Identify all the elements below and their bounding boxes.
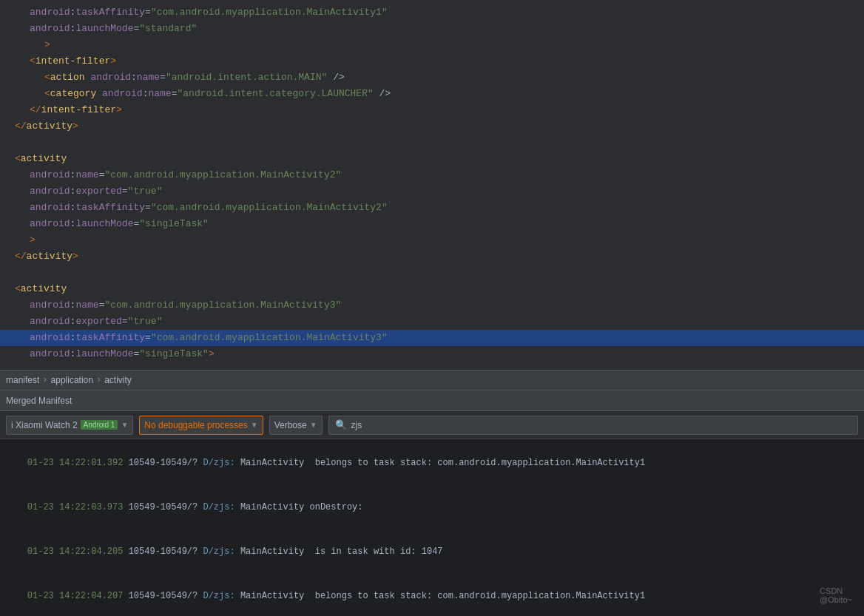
code-line: </activity> (0, 118, 864, 135)
breadcrumb-manifest[interactable]: manifest (6, 375, 39, 385)
device-dropdown-arrow: ▼ (121, 421, 128, 429)
code-line: android:name="com.android.myapplication.… (0, 297, 864, 314)
code-content: android:taskAffinity="com.android.myappl… (0, 0, 864, 367)
log-level-dropdown-arrow: ▼ (310, 421, 317, 429)
code-editor: android:taskAffinity="com.android.myappl… (0, 0, 864, 370)
merged-manifest-label: Merged Manifest (6, 396, 72, 406)
code-line: <action android:name="android.intent.act… (0, 70, 864, 86)
search-text: zjs (351, 420, 362, 430)
code-line: android:name="com.android.myapplication.… (0, 167, 864, 183)
breadcrumb-sep-2: › (96, 375, 101, 385)
search-icon: 🔍 (335, 419, 347, 430)
code-line: </activity> (0, 248, 864, 265)
code-line: > (0, 37, 864, 53)
code-line: <activity (0, 281, 864, 297)
process-dropdown-arrow: ▼ (251, 421, 258, 429)
log-output: 01-23 14:22:01.392 10549-10549/? D/zjs: … (0, 439, 864, 616)
log-line: 01-23 14:22:04.207 10549-10549/? D/zjs: … (0, 574, 864, 616)
breadcrumb-sep-1: › (42, 375, 47, 385)
code-line: </intent-filter> (0, 102, 864, 118)
merged-manifest-bar: Merged Manifest (0, 390, 864, 411)
csdn-watermark: CSDN @Obito~ (820, 586, 852, 604)
code-line: <intent-filter> (0, 53, 864, 70)
log-level-selector[interactable]: Verbose ▼ (269, 416, 323, 435)
breadcrumb-activity[interactable]: activity (104, 375, 132, 385)
process-name: No debuggable processes (144, 420, 247, 430)
code-line: android:exported="true" (0, 183, 864, 200)
log-level-value: Verbose (274, 420, 307, 430)
code-line: android:launchMode="singleTask" (0, 216, 864, 232)
breadcrumb-bar: manifest › application › activity (0, 370, 864, 390)
process-selector[interactable]: No debuggable processes ▼ (139, 416, 263, 435)
code-line: <category android:name="android.intent.c… (0, 86, 864, 102)
code-line: android:taskAffinity="com.android.myappl… (0, 200, 864, 216)
code-line (0, 135, 864, 151)
code-line: android:launchMode="singleTask"> (0, 346, 864, 362)
code-line: android:exported="true" (0, 314, 864, 330)
code-line: android:launchMode="standard" (0, 21, 864, 37)
code-line: > (0, 232, 864, 248)
device-name: i Xiaomi Watch 2 (11, 420, 78, 430)
search-box[interactable]: 🔍 zjs (328, 416, 858, 435)
log-line: 01-23 14:22:01.392 10549-10549/? D/zjs: … (0, 441, 864, 485)
log-line: 01-23 14:22:03.973 10549-10549/? D/zjs: … (0, 485, 864, 529)
code-line (0, 265, 864, 281)
android-badge: Android 1 (81, 420, 118, 430)
code-line: android:taskAffinity="com.android.myappl… (0, 4, 864, 21)
logcat-toolbar: i Xiaomi Watch 2 Android 1 ▼ No debuggab… (0, 411, 864, 439)
code-line: <activity (0, 151, 864, 167)
code-line-highlighted: android:taskAffinity="com.android.myappl… (0, 330, 864, 346)
breadcrumb-application[interactable]: application (51, 375, 93, 385)
log-line: 01-23 14:22:04.205 10549-10549/? D/zjs: … (0, 529, 864, 574)
device-selector[interactable]: i Xiaomi Watch 2 Android 1 ▼ (6, 416, 133, 435)
